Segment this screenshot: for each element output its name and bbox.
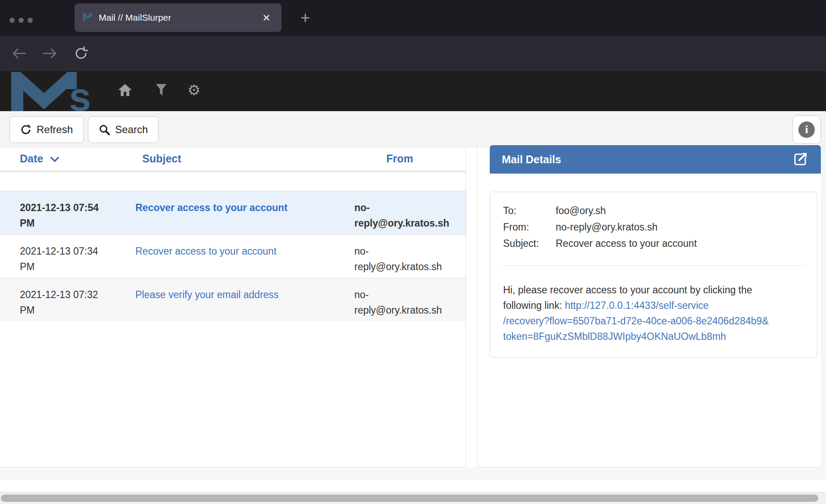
row-from: no-reply@ory.kratos.sh bbox=[354, 287, 444, 318]
column-header-date[interactable]: Date bbox=[20, 152, 59, 165]
svg-text:s: s bbox=[69, 75, 91, 112]
refresh-label: Refresh bbox=[37, 124, 73, 136]
recovery-link-line3: token=8FguKzSMblD88JWIpby4OKNaUOwLb8mh bbox=[503, 331, 726, 342]
list-pane-right-border bbox=[466, 147, 466, 479]
from-label: From: bbox=[503, 219, 556, 235]
row-from: no-reply@ory.kratos.sh bbox=[354, 243, 444, 274]
search-label: Search bbox=[115, 124, 148, 136]
footer-gray-band bbox=[0, 467, 826, 479]
mail-details-title: Mail Details bbox=[502, 153, 792, 166]
forward-button[interactable] bbox=[41, 46, 59, 61]
row-subject-link[interactable]: Recover access to your account bbox=[135, 243, 351, 259]
browser-url-bar: 127.0.0.1:4436/# 90% ☆ bbox=[0, 36, 826, 71]
forward-arrow-icon bbox=[42, 47, 58, 60]
favicon-mailslurper-icon bbox=[82, 12, 94, 23]
info-button[interactable]: i bbox=[792, 115, 821, 144]
row-subject-text: Recover access to your account bbox=[135, 246, 276, 257]
sort-desc-chevron-icon bbox=[50, 157, 59, 162]
mail-list-row[interactable]: 2021-12-13 07:34 PM Recover access to yo… bbox=[0, 234, 466, 278]
window-dot-icon bbox=[9, 18, 15, 23]
vertical-scrollbar-track[interactable] bbox=[821, 147, 826, 492]
row-subject-text: Recover access to your account bbox=[135, 202, 288, 213]
open-in-new-window-button[interactable] bbox=[792, 151, 809, 168]
date-header-label: Date bbox=[20, 152, 43, 165]
mailslurper-logo-icon: s bbox=[11, 72, 102, 112]
window-dot-icon bbox=[19, 18, 24, 23]
toolbar: Refresh Search i bbox=[0, 111, 826, 147]
refresh-button[interactable]: Refresh bbox=[9, 116, 84, 143]
reload-button[interactable] bbox=[72, 46, 90, 61]
reload-icon bbox=[74, 46, 88, 61]
row-from: no-reply@ory.kratos.sh bbox=[354, 200, 444, 231]
recovery-link-line2: /recovery?flow=6507ba71-d72e-40ce-a006-8… bbox=[503, 315, 769, 327]
to-label: To: bbox=[503, 202, 556, 219]
window-controls[interactable] bbox=[9, 18, 33, 23]
search-button[interactable]: Search bbox=[88, 116, 159, 143]
app-navbar: s ⚙ bbox=[0, 71, 826, 111]
row-subject-text: Please verify your email address bbox=[135, 289, 278, 300]
from-value: no-reply@ory.kratos.sh bbox=[556, 219, 805, 235]
settings-button[interactable]: ⚙ bbox=[185, 81, 203, 100]
row-date: 2021-12-13 07:34 PM bbox=[20, 243, 108, 274]
mailslurper-logo[interactable]: s bbox=[11, 72, 102, 113]
horizontal-scrollbar-thumb[interactable] bbox=[1, 495, 818, 502]
horizontal-scrollbar-track[interactable] bbox=[0, 492, 826, 504]
back-button[interactable] bbox=[10, 46, 28, 61]
mail-meta: To: foo@ory.sh From: no-reply@ory.kratos… bbox=[503, 202, 805, 252]
browser-tab-bar: Mail // MailSlurper × + bbox=[0, 0, 826, 36]
home-button[interactable] bbox=[116, 81, 135, 100]
body-text-line2-prefix: following link: bbox=[503, 300, 565, 311]
recovery-link-line1: http://127.0.0.1:4433/self-service bbox=[565, 300, 709, 311]
mail-list-row-selected[interactable]: 2021-12-13 07:54 PM Recover access to yo… bbox=[0, 191, 466, 234]
mail-body: Hi, please recover access to your accoun… bbox=[503, 282, 812, 344]
info-icon: i bbox=[798, 121, 815, 138]
refresh-icon bbox=[20, 124, 31, 135]
tab-title: Mail // MailSlurper bbox=[99, 12, 259, 23]
funnel-icon bbox=[156, 84, 167, 96]
gear-icon: ⚙ bbox=[188, 83, 200, 97]
to-value: foo@ory.sh bbox=[556, 202, 805, 219]
home-icon bbox=[117, 83, 133, 97]
mail-details-card: To: foo@ory.sh From: no-reply@ory.kratos… bbox=[490, 192, 817, 358]
filter-button[interactable] bbox=[152, 81, 171, 100]
mail-list-header: Date Subject From bbox=[0, 147, 466, 172]
row-date: 2021-12-13 07:54 PM bbox=[20, 200, 108, 231]
details-pane-left-border bbox=[477, 147, 477, 479]
tab-close-icon[interactable]: × bbox=[259, 11, 274, 24]
row-subject-link[interactable]: Please verify your email address bbox=[135, 287, 351, 302]
body-text-line1: Hi, please recover access to your accoun… bbox=[503, 284, 752, 296]
browser-tab[interactable]: Mail // MailSlurper × bbox=[75, 3, 282, 32]
search-icon bbox=[99, 124, 110, 135]
subject-label: Subject: bbox=[503, 235, 556, 252]
column-header-subject[interactable]: Subject bbox=[142, 152, 181, 165]
back-arrow-icon bbox=[11, 47, 27, 60]
window-dot-icon bbox=[28, 18, 33, 23]
external-link-icon bbox=[792, 151, 809, 168]
card-divider bbox=[503, 265, 805, 266]
row-date: 2021-12-13 07:32 PM bbox=[20, 287, 108, 318]
row-subject-link[interactable]: Recover access to your account bbox=[135, 200, 351, 215]
subject-value: Recover access to your account bbox=[556, 235, 805, 252]
footer-white-band bbox=[0, 479, 826, 492]
new-tab-button[interactable]: + bbox=[297, 9, 314, 27]
mail-list-row[interactable]: 2021-12-13 07:32 PM Please verify your e… bbox=[0, 278, 466, 321]
column-header-from[interactable]: From bbox=[386, 152, 413, 165]
app-window: Mail // MailSlurper × + bbox=[0, 0, 826, 504]
mail-details-header: Mail Details bbox=[490, 145, 821, 174]
